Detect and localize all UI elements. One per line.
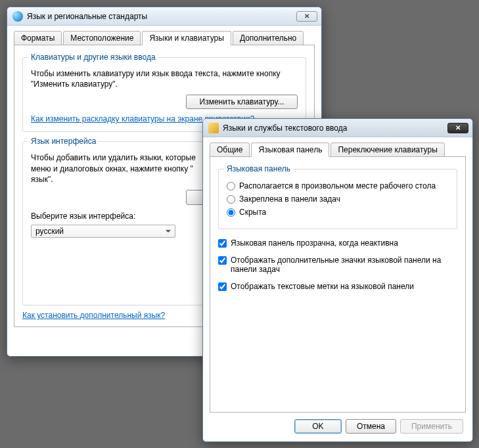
checkbox-input[interactable] bbox=[218, 239, 227, 248]
check-show-icons[interactable]: Отображать дополнительные значки языково… bbox=[218, 256, 457, 274]
apply-button: Применить bbox=[400, 419, 463, 434]
tab-general[interactable]: Общие bbox=[210, 143, 250, 157]
close-button[interactable]: ✕ bbox=[447, 123, 468, 133]
language-bar-group: Языковая панель Располагается в произвол… bbox=[218, 169, 457, 229]
tab-location[interactable]: Местоположение bbox=[63, 31, 141, 45]
checkbox-input[interactable] bbox=[218, 282, 227, 291]
tab-language-bar[interactable]: Языковая панель bbox=[251, 143, 329, 157]
tabstrip: Форматы Местоположение Языки и клавиатур… bbox=[14, 31, 315, 45]
close-button[interactable]: ✕ bbox=[296, 11, 317, 22]
group-desc: Чтобы изменить клавиатуру или язык ввода… bbox=[31, 68, 298, 89]
globe-icon bbox=[12, 11, 23, 22]
radio-input[interactable] bbox=[227, 195, 235, 204]
install-additional-link[interactable]: Как установить дополнительный язык? bbox=[22, 311, 165, 320]
window-title: Языки и службы текстового ввода bbox=[223, 123, 447, 133]
check-transparent[interactable]: Языковая панель прозрачна, когда неактив… bbox=[218, 238, 457, 248]
window-body: Общие Языковая панель Переключение клави… bbox=[203, 137, 472, 441]
text-services-window: Языки и службы текстового ввода ✕ Общие … bbox=[202, 118, 473, 442]
change-keyboard-button[interactable]: Изменить клавиатуру... bbox=[186, 95, 298, 109]
close-icon: ✕ bbox=[304, 13, 309, 20]
group-title: Языковая панель bbox=[224, 164, 293, 173]
close-icon: ✕ bbox=[455, 125, 461, 131]
tab-keyboard-switching[interactable]: Переключение клавиатуры bbox=[331, 143, 444, 157]
tab-advanced[interactable]: Дополнительно bbox=[233, 31, 304, 45]
radio-docked[interactable]: Закреплена в панели задач bbox=[227, 194, 449, 204]
tabstrip: Общие Языковая панель Переключение клави… bbox=[210, 143, 466, 157]
tab-formats[interactable]: Форматы bbox=[14, 31, 62, 45]
window-title: Язык и региональные стандарты bbox=[27, 12, 296, 21]
keyboard-icon bbox=[208, 123, 219, 133]
radio-hidden[interactable]: Скрыта bbox=[227, 208, 449, 217]
group-title: Язык интерфейса bbox=[28, 137, 99, 146]
tabpanel: Языковая панель Располагается в произвол… bbox=[210, 156, 466, 413]
radio-input[interactable] bbox=[227, 208, 235, 217]
radio-floating[interactable]: Располагается в произвольном месте рабоч… bbox=[227, 181, 449, 190]
titlebar[interactable]: Языки и службы текстового ввода ✕ bbox=[203, 119, 472, 137]
check-text-labels[interactable]: Отображать текстовые метки на языковой п… bbox=[218, 282, 457, 291]
titlebar[interactable]: Язык и региональные стандарты ✕ bbox=[7, 7, 321, 26]
checkbox-input[interactable] bbox=[218, 256, 227, 265]
group-title: Клавиатуры и другие языки ввода bbox=[28, 53, 158, 62]
tab-languages-keyboards[interactable]: Языки и клавиатуры bbox=[142, 31, 231, 45]
radio-input[interactable] bbox=[227, 182, 235, 190]
display-language-combo[interactable]: русский bbox=[31, 225, 175, 238]
ok-button[interactable]: OK bbox=[294, 419, 342, 434]
cancel-button[interactable]: Отмена bbox=[346, 419, 396, 434]
dialog-buttons: OK Отмена Применить bbox=[210, 413, 466, 436]
